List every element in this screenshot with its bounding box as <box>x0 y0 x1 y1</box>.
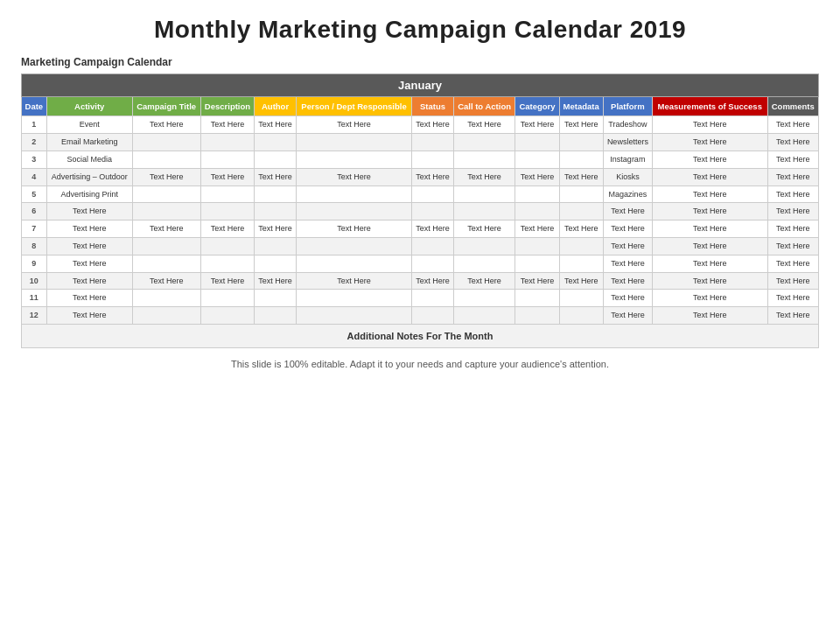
cell-category <box>515 290 559 307</box>
header-date: Date <box>22 97 47 116</box>
cell-platform: Newsletters <box>603 134 652 151</box>
cell-person <box>296 255 412 272</box>
table-row: 10 Text Here Text Here Text Here Text He… <box>22 272 819 290</box>
cell-metadata <box>559 307 603 325</box>
cell-metadata <box>559 134 603 151</box>
cell-activity: Email Marketing <box>46 134 132 151</box>
cell-cta <box>453 203 515 220</box>
cell-cta: Text Here <box>453 116 515 134</box>
cell-activity: Text Here <box>46 237 132 255</box>
cell-campaign <box>132 134 200 151</box>
header-status: Status <box>412 97 453 116</box>
cell-description <box>200 186 255 203</box>
cell-comments: Text Here <box>767 134 818 151</box>
cell-author: Text Here <box>255 168 296 186</box>
cell-category: Text Here <box>515 272 559 290</box>
cell-status <box>412 307 453 325</box>
cell-metadata <box>559 290 603 307</box>
cell-status: Text Here <box>412 168 453 186</box>
header-category: Category <box>515 97 559 116</box>
cell-platform: Text Here <box>603 237 652 255</box>
cell-num: 2 <box>22 134 47 151</box>
cell-status <box>412 134 453 151</box>
cell-measurements: Text Here <box>653 134 768 151</box>
footer-text: This slide is 100% editable. Adapt it to… <box>21 359 819 369</box>
cell-measurements: Text Here <box>653 237 768 255</box>
cell-activity: Text Here <box>46 307 132 325</box>
cell-author <box>255 186 296 203</box>
cell-description <box>200 307 255 325</box>
cell-comments: Text Here <box>767 220 818 238</box>
cell-campaign: Text Here <box>132 116 200 134</box>
cell-activity: Advertising Print <box>46 186 132 203</box>
cell-measurements: Text Here <box>653 186 768 203</box>
cell-comments: Text Here <box>767 290 818 307</box>
header-person: Person / Dept Responsible <box>296 97 412 116</box>
cell-platform: Kiosks <box>603 168 652 186</box>
cell-metadata <box>559 255 603 272</box>
cell-campaign: Text Here <box>132 272 200 290</box>
cell-status: Text Here <box>412 272 453 290</box>
cell-num: 7 <box>22 220 47 238</box>
cell-platform: Text Here <box>603 220 652 238</box>
cell-status: Text Here <box>412 116 453 134</box>
cell-num: 5 <box>22 186 47 203</box>
cell-status <box>412 237 453 255</box>
cell-metadata: Text Here <box>559 272 603 290</box>
cell-category <box>515 255 559 272</box>
cell-status <box>412 290 453 307</box>
cell-person: Text Here <box>296 116 412 134</box>
header-comments: Comments <box>767 97 818 116</box>
table-row: 4 Advertising – Outdoor Text Here Text H… <box>22 168 819 186</box>
cell-campaign <box>132 203 200 220</box>
cell-comments: Text Here <box>767 186 818 203</box>
cell-author <box>255 255 296 272</box>
cell-cta <box>453 150 515 168</box>
header-metadata: Metadata <box>559 97 603 116</box>
cell-campaign <box>132 255 200 272</box>
cell-status: Text Here <box>412 220 453 238</box>
month-header-row: January <box>22 74 819 97</box>
header-activity: Activity <box>46 97 132 116</box>
page: Monthly Marketing Campaign Calendar 2019… <box>0 0 840 630</box>
cell-num: 12 <box>22 307 47 325</box>
cell-person <box>296 134 412 151</box>
cell-campaign <box>132 150 200 168</box>
cell-person <box>296 307 412 325</box>
cell-comments: Text Here <box>767 168 818 186</box>
cell-num: 11 <box>22 290 47 307</box>
cell-campaign <box>132 307 200 325</box>
cell-description: Text Here <box>200 168 255 186</box>
table-row: 7 Text Here Text Here Text Here Text Her… <box>22 220 819 238</box>
cell-measurements: Text Here <box>653 272 768 290</box>
cell-campaign <box>132 237 200 255</box>
cell-activity: Advertising – Outdoor <box>46 168 132 186</box>
cell-author <box>255 203 296 220</box>
cell-activity: Text Here <box>46 203 132 220</box>
main-title: Monthly Marketing Campaign Calendar 2019 <box>21 16 819 44</box>
cell-measurements: Text Here <box>653 220 768 238</box>
cell-category <box>515 203 559 220</box>
cell-status <box>412 186 453 203</box>
cell-metadata <box>559 203 603 220</box>
cell-activity: Event <box>46 116 132 134</box>
cell-description <box>200 237 255 255</box>
header-cta: Call to Action <box>453 97 515 116</box>
cell-cta: Text Here <box>453 272 515 290</box>
table-row: 5 Advertising Print Magazines Text Here … <box>22 186 819 203</box>
header-author: Author <box>255 97 296 116</box>
cell-metadata: Text Here <box>559 168 603 186</box>
header-campaign: Campaign Title <box>132 97 200 116</box>
cell-campaign <box>132 290 200 307</box>
cell-metadata: Text Here <box>559 220 603 238</box>
cell-category: Text Here <box>515 220 559 238</box>
cell-description: Text Here <box>200 116 255 134</box>
cell-metadata <box>559 186 603 203</box>
header-measurements: Measurements of Success <box>653 97 768 116</box>
cell-num: 9 <box>22 255 47 272</box>
cell-platform: Tradeshow <box>603 116 652 134</box>
cell-cta <box>453 237 515 255</box>
cell-metadata: Text Here <box>559 116 603 134</box>
cell-num: 10 <box>22 272 47 290</box>
cell-status <box>412 255 453 272</box>
